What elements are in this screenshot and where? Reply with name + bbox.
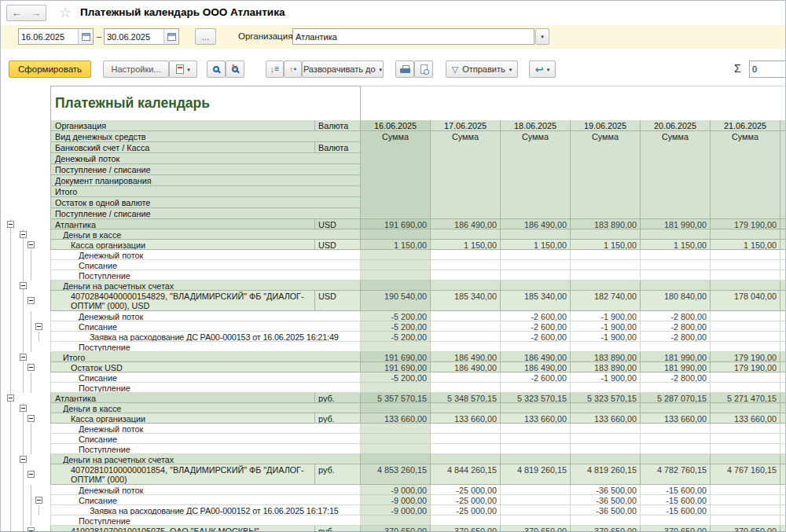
amount-cell[interactable]: 1 150,00 [711, 240, 780, 250]
row-label[interactable]: Денежный поток [50, 250, 361, 260]
amount-cell[interactable]: 191 690,00 [361, 362, 431, 372]
amount-cell[interactable]: -5 200,00 [361, 321, 431, 332]
amount-cell[interactable]: 133 660,00 [361, 413, 431, 424]
amount-cell[interactable] [711, 311, 780, 321]
amount-cell[interactable]: -2 800,00 [641, 311, 711, 321]
generate-button[interactable]: Сформировать [9, 61, 91, 78]
amount-cell[interactable] [431, 342, 501, 352]
amount-cell[interactable] [571, 383, 641, 393]
amount-cell[interactable] [431, 444, 501, 454]
row-label[interactable]: Касса организации [50, 413, 315, 424]
amount-cell[interactable] [431, 311, 501, 321]
amount-cell[interactable]: -5 200,00 [361, 332, 431, 342]
row-label[interactable]: Списание [50, 434, 361, 444]
amount-cell[interactable]: 5 271 470,15 [711, 393, 780, 403]
amount-cell[interactable] [361, 260, 431, 270]
amount-cell[interactable]: -1 900,00 [571, 372, 641, 383]
amount-cell[interactable]: -1 900,00 [571, 311, 641, 321]
amount-cell[interactable] [571, 444, 641, 454]
amount-cell[interactable] [641, 260, 711, 270]
amount-cell[interactable]: 5 323 570,15 [501, 393, 571, 403]
amount-cell[interactable]: 181 990,00 [641, 219, 711, 229]
amount-cell[interactable] [361, 281, 431, 291]
amount-cell[interactable]: 5 357 570,15 [361, 393, 431, 403]
collapse-toggle-icon[interactable] [20, 405, 27, 412]
amount-cell[interactable] [501, 250, 571, 260]
amount-cell[interactable] [431, 424, 501, 434]
amount-cell[interactable]: 186 490,00 [431, 352, 501, 362]
row-currency[interactable]: руб. [315, 393, 361, 403]
amount-cell[interactable] [501, 495, 571, 505]
amount-cell[interactable] [641, 250, 711, 260]
amount-cell[interactable]: 1 150,00 [571, 240, 641, 250]
amount-cell[interactable] [431, 250, 501, 260]
amount-cell[interactable]: -36 500,00 [571, 495, 641, 505]
amount-cell[interactable] [431, 454, 501, 464]
date-header-cell[interactable]: 16.06.2025 [361, 120, 431, 131]
collapse-toggle-icon[interactable] [20, 231, 27, 238]
forward-button[interactable]: → [26, 5, 46, 21]
date-to-input[interactable] [105, 30, 163, 43]
amount-cell[interactable]: 186 490,00 [431, 219, 501, 229]
expand-groups-button[interactable]: ↑▪ [284, 61, 302, 78]
amount-cell[interactable]: 4 819 260,15 [501, 464, 571, 485]
amount-cell[interactable] [501, 444, 571, 454]
amount-cell[interactable]: 370 650,00 [501, 526, 571, 531]
amount-cell[interactable]: -1 900,00 [571, 321, 641, 332]
row-label[interactable]: Списание [50, 321, 361, 332]
amount-cell[interactable]: 4 782 760,15 [641, 464, 711, 485]
row-label[interactable]: Атлантика [50, 219, 315, 229]
amount-cell[interactable] [571, 270, 641, 281]
amount-cell[interactable] [361, 424, 431, 434]
amount-cell[interactable]: 183 890,00 [571, 362, 641, 372]
amount-cell[interactable]: 181 990,00 [641, 362, 711, 372]
amount-cell[interactable]: 183 890,00 [571, 219, 641, 229]
amount-cell[interactable] [361, 229, 431, 240]
row-label[interactable]: Поступление [50, 342, 361, 352]
collapse-toggle-icon[interactable] [28, 527, 35, 532]
row-label[interactable]: Итого [50, 352, 361, 362]
send-button[interactable]: ▽ Отправить ▾ [446, 61, 518, 78]
amount-cell[interactable] [711, 250, 780, 260]
sum-header-cell[interactable]: Сумма [711, 131, 780, 219]
amount-cell[interactable] [361, 434, 431, 444]
amount-cell[interactable] [501, 342, 571, 352]
row-label[interactable]: 40702810100000001854, "ВЛАДИМИРСКИЙ" ФБ … [50, 464, 315, 485]
amount-cell[interactable]: 370 650,00 [571, 526, 641, 531]
amount-cell[interactable]: 370 650,00 [641, 526, 711, 531]
amount-cell[interactable] [711, 229, 780, 240]
search-next-button[interactable]: ↻ [226, 61, 244, 78]
amount-cell[interactable] [361, 250, 431, 260]
favorite-star-icon[interactable]: ☆ [59, 4, 72, 21]
amount-cell[interactable]: 4 844 260,15 [431, 464, 501, 485]
amount-cell[interactable] [571, 281, 641, 291]
amount-cell[interactable] [641, 434, 711, 444]
amount-cell[interactable]: 370 650,00 [361, 526, 431, 531]
amount-cell[interactable] [641, 270, 711, 281]
amount-cell[interactable]: -9 000,00 [361, 505, 431, 515]
collapse-toggle-icon[interactable] [35, 323, 42, 330]
organization-dropdown-button[interactable]: ▾ [535, 28, 549, 45]
amount-cell[interactable]: -2 800,00 [641, 372, 711, 383]
search-button[interactable] [207, 61, 226, 78]
amount-cell[interactable] [711, 444, 780, 454]
amount-cell[interactable]: 133 660,00 [571, 413, 641, 424]
amount-cell[interactable] [361, 270, 431, 281]
date-header-cell[interactable]: 20.06.2025 [641, 120, 711, 131]
date-to-calendar-button[interactable] [163, 29, 178, 44]
amount-cell[interactable]: 181 990,00 [641, 352, 711, 362]
row-label[interactable]: Поступление [50, 444, 361, 454]
row-currency[interactable]: USD [315, 291, 361, 311]
amount-cell[interactable] [641, 342, 711, 352]
sum-header-cell[interactable]: Сумма [361, 131, 431, 219]
row-label[interactable]: Остаток USD [50, 362, 361, 372]
amount-cell[interactable]: -2 600,00 [501, 321, 571, 332]
amount-cell[interactable] [431, 321, 501, 332]
amount-cell[interactable] [711, 270, 780, 281]
amount-cell[interactable]: 182 740,00 [571, 291, 641, 311]
amount-cell[interactable]: 133 660,00 [641, 413, 711, 424]
amount-cell[interactable]: 4 853 260,15 [361, 464, 431, 485]
sum-input[interactable] [750, 63, 785, 76]
row-label[interactable]: 40702840400000154829, "ВЛАДИМИРСКИЙ" ФБ … [50, 291, 315, 311]
amount-cell[interactable] [501, 424, 571, 434]
